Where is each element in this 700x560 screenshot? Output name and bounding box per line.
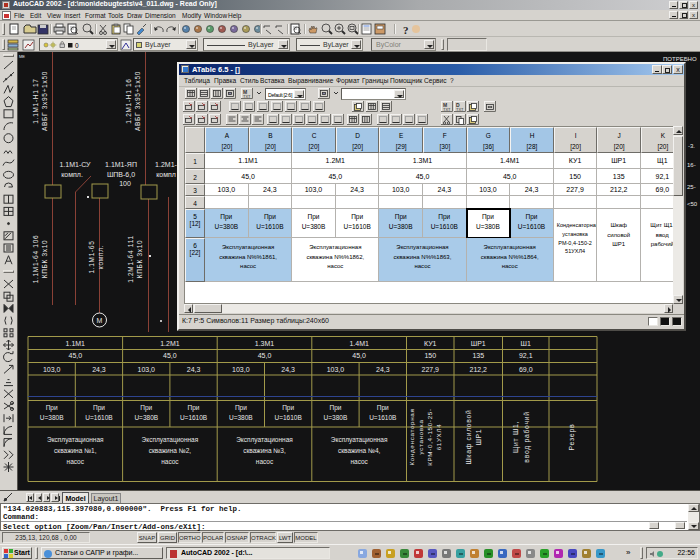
svg-text:45,0: 45,0 bbox=[258, 352, 272, 359]
svg-text:Конденсаторная: Конденсаторная bbox=[408, 409, 415, 466]
svg-text:24,3: 24,3 bbox=[281, 366, 295, 373]
svg-text:скважина №3,: скважина №3, bbox=[243, 447, 286, 454]
svg-text:МЕ: МЕ bbox=[19, 54, 25, 59]
svg-text:ШПВ-6,0: ШПВ-6,0 bbox=[107, 171, 135, 178]
svg-text:скважина №4,: скважина №4, bbox=[338, 447, 381, 454]
svg-text:1.2М1-: 1.2М1- bbox=[155, 161, 177, 168]
svg-text:1.1М1: 1.1М1 bbox=[66, 340, 86, 347]
svg-text:M: M bbox=[97, 317, 103, 324]
svg-text:-3.: -3. bbox=[688, 143, 695, 149]
svg-text:227,9: 227,9 bbox=[421, 366, 439, 373]
svg-text:Щит Ш1,: Щит Ш1, bbox=[512, 421, 520, 453]
svg-text:компл: компл bbox=[156, 171, 176, 178]
svg-text:16-: 16- bbox=[687, 162, 696, 168]
svg-text:компл.: компл. bbox=[61, 171, 83, 178]
svg-text:U=380В: U=380В bbox=[229, 414, 253, 421]
svg-text:1.1М1-СУ: 1.1М1-СУ bbox=[59, 161, 91, 168]
svg-text:При: При bbox=[188, 404, 200, 412]
svg-text:При: При bbox=[377, 404, 389, 412]
svg-text:Эксплуатационная: Эксплуатационная bbox=[331, 436, 388, 444]
svg-text:компл.: компл. bbox=[97, 245, 104, 269]
svg-text:1.1М1-б4 106: 1.1М1-б4 106 bbox=[32, 235, 39, 284]
svg-text:Эксплуатационная: Эксплуатационная bbox=[47, 436, 104, 444]
svg-text:1.4М1: 1.4М1 bbox=[349, 340, 369, 347]
svg-text:U=1610В: U=1610В bbox=[369, 414, 396, 421]
svg-text:1.1М1-Н1 17: 1.1М1-Н1 17 bbox=[32, 78, 39, 123]
svg-text:103,0: 103,0 bbox=[137, 366, 155, 373]
svg-text:АВБГ 3х95+1х50: АВБГ 3х95+1х50 bbox=[134, 71, 141, 131]
svg-text:U=1610В: U=1610В bbox=[180, 414, 207, 421]
svg-text:насос: насос bbox=[67, 458, 85, 465]
svg-text:АВБГ 3х95+1х50: АВБГ 3х95+1х50 bbox=[41, 71, 48, 131]
svg-text:1.1М1-ЯП: 1.1М1-ЯП bbox=[105, 161, 137, 168]
svg-text:U=1610В: U=1610В bbox=[275, 414, 302, 421]
svg-text:103,0: 103,0 bbox=[43, 366, 61, 373]
svg-text:25-: 25- bbox=[687, 184, 696, 190]
svg-text:TXT: TXT bbox=[456, 107, 464, 112]
svg-text:1.2М1-Н1 16: 1.2М1-Н1 16 bbox=[125, 78, 132, 123]
svg-text:Эксплуатационная: Эксплуатационная bbox=[236, 436, 293, 444]
svg-text:U=1610В: U=1610В bbox=[85, 414, 112, 421]
svg-text:КУ1: КУ1 bbox=[424, 340, 437, 347]
svg-text:установка: установка bbox=[417, 419, 424, 454]
svg-text:24,3: 24,3 bbox=[187, 366, 201, 373]
svg-text:насос: насос bbox=[161, 458, 179, 465]
svg-text:<50: <50 bbox=[687, 201, 698, 207]
svg-text:При: При bbox=[46, 404, 58, 412]
svg-text:45,0: 45,0 bbox=[352, 352, 366, 359]
svg-text:При: При bbox=[93, 404, 105, 412]
svg-text:135: 135 bbox=[472, 352, 484, 359]
svg-text:45,0: 45,0 bbox=[68, 352, 82, 359]
svg-text:При: При bbox=[140, 404, 152, 412]
svg-text:1.2М1-б4 111: 1.2М1-б4 111 bbox=[127, 235, 134, 283]
svg-text:При: При bbox=[282, 404, 294, 412]
svg-text:ШР1: ШР1 bbox=[471, 340, 486, 347]
svg-text:КПБК 3х10: КПБК 3х10 bbox=[41, 240, 48, 279]
svg-text:насос: насос bbox=[256, 458, 274, 465]
svg-text:КПБК 3х10: КПБК 3х10 bbox=[136, 240, 143, 279]
svg-text:24,3: 24,3 bbox=[92, 366, 106, 373]
svg-text:45,0: 45,0 bbox=[163, 352, 177, 359]
svg-text:?: ? bbox=[403, 24, 409, 36]
svg-text:U=380В: U=380В bbox=[324, 414, 348, 421]
svg-text:Резерв: Резерв bbox=[568, 424, 576, 451]
svg-text:100: 100 bbox=[119, 180, 131, 187]
svg-text:TXT: TXT bbox=[243, 94, 251, 99]
svg-text:Эксплуатационная: Эксплуатационная bbox=[142, 436, 199, 444]
svg-text:скважина №1,: скважина №1, bbox=[54, 447, 97, 454]
svg-text:насос: насос bbox=[350, 458, 368, 465]
svg-text:24,3: 24,3 bbox=[376, 366, 390, 373]
svg-text:103,0: 103,0 bbox=[232, 366, 250, 373]
svg-text:ввод рабочий: ввод рабочий bbox=[523, 411, 531, 462]
svg-text:61УХЛ4: 61УХЛ4 bbox=[435, 424, 442, 451]
svg-text:U=380В: U=380В bbox=[134, 414, 158, 421]
svg-text:Ш1: Ш1 bbox=[521, 340, 531, 347]
svg-text:1.3М1: 1.3М1 bbox=[255, 340, 275, 347]
svg-text:U=380В: U=380В bbox=[40, 414, 64, 421]
svg-text:При: При bbox=[235, 404, 247, 412]
svg-text:92,1: 92,1 bbox=[519, 352, 533, 359]
svg-text:TXT: TXT bbox=[443, 107, 451, 112]
svg-text:69,0: 69,0 bbox=[519, 366, 533, 373]
svg-text:1.2М1: 1.2М1 bbox=[160, 340, 180, 347]
svg-text:103,0: 103,0 bbox=[327, 366, 345, 373]
svg-text:150: 150 bbox=[424, 352, 436, 359]
svg-text:ШР1: ШР1 bbox=[475, 429, 482, 446]
svg-text:скважина №2,: скважина №2, bbox=[149, 447, 192, 454]
svg-text:КРМ-0,4-150-25-: КРМ-0,4-150-25- bbox=[426, 408, 433, 465]
svg-text:Шкаф силовой: Шкаф силовой bbox=[465, 409, 473, 464]
svg-text:При: При bbox=[329, 404, 341, 412]
svg-text:1.1М1-б5: 1.1М1-б5 bbox=[88, 240, 95, 273]
svg-text:212,2: 212,2 bbox=[469, 366, 487, 373]
